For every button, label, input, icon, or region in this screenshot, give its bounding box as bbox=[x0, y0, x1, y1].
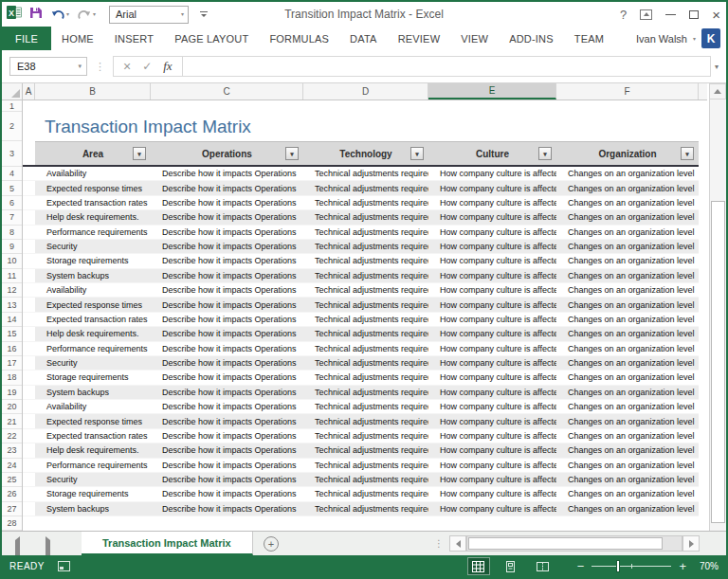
cell-technology[interactable]: Technical adjustments required bbox=[303, 386, 428, 399]
cell-operations[interactable]: Describe how it impacts Operations bbox=[151, 502, 303, 516]
cell-area[interactable]: Availability bbox=[35, 400, 151, 413]
empty-row[interactable] bbox=[23, 100, 699, 112]
cell-a[interactable] bbox=[23, 502, 35, 516]
row-header-7[interactable]: 7 bbox=[2, 210, 22, 225]
zoom-in-button[interactable]: + bbox=[679, 560, 686, 572]
cell-a3[interactable] bbox=[23, 141, 35, 165]
cell-a[interactable] bbox=[23, 283, 35, 297]
hscroll-left-button[interactable] bbox=[449, 535, 466, 552]
row-header-21[interactable]: 21 bbox=[2, 414, 22, 428]
cell-area[interactable]: Security bbox=[35, 356, 151, 370]
row-header-12[interactable]: 12 bbox=[2, 283, 22, 298]
cell-area[interactable]: Storage requirements bbox=[35, 487, 151, 500]
row-header-25[interactable]: 25 bbox=[2, 473, 22, 487]
cell-a[interactable] bbox=[23, 196, 35, 209]
cell-technology[interactable]: Technical adjustments required bbox=[303, 210, 428, 224]
cell-organization[interactable]: Changes on an organization level bbox=[556, 459, 699, 472]
cell-culture[interactable]: How company culture is affected bbox=[428, 327, 556, 340]
cell-a[interactable] bbox=[23, 443, 35, 457]
column-header-d[interactable]: D bbox=[303, 83, 428, 100]
row-header-19[interactable]: 19 bbox=[2, 386, 22, 400]
ribbon-tab-formulas[interactable]: FORMULAS bbox=[259, 27, 339, 50]
cell-technology[interactable]: Technical adjustments required bbox=[303, 196, 428, 209]
cell-operations[interactable]: Describe how it impacts Operations bbox=[151, 269, 303, 282]
cell-culture[interactable]: How company culture is affected bbox=[428, 167, 556, 180]
ribbon-tab-team[interactable]: TEAM bbox=[564, 27, 614, 50]
cell-technology[interactable]: Technical adjustments required bbox=[303, 473, 428, 486]
cell-a[interactable] bbox=[23, 210, 35, 224]
cell-area[interactable]: Storage requirements bbox=[35, 254, 151, 267]
filter-button-organization[interactable]: ▾ bbox=[681, 147, 694, 160]
select-all-corner[interactable] bbox=[2, 83, 23, 100]
cell-a[interactable] bbox=[23, 240, 35, 253]
cell-culture[interactable]: How company culture is affected bbox=[428, 196, 556, 209]
cell-area[interactable]: Expected transaction rates bbox=[35, 429, 151, 443]
cell-technology[interactable]: Technical adjustments required bbox=[303, 181, 428, 194]
row-header-11[interactable]: 11 bbox=[2, 269, 22, 283]
cell-area[interactable]: Help desk requirements. bbox=[35, 210, 151, 224]
row-header-2[interactable]: 2 bbox=[2, 112, 22, 141]
cell-culture[interactable]: How company culture is affected bbox=[428, 254, 556, 267]
zoom-percentage[interactable]: 70% bbox=[694, 561, 719, 571]
row-header-24[interactable]: 24 bbox=[2, 459, 22, 473]
cell-technology[interactable]: Technical adjustments required bbox=[303, 283, 428, 297]
cell-technology[interactable]: Technical adjustments required bbox=[303, 226, 428, 239]
cell-technology[interactable]: Technical adjustments required bbox=[303, 298, 428, 311]
ribbon-tab-data[interactable]: DATA bbox=[339, 27, 388, 50]
customize-qat-button[interactable] bbox=[200, 11, 208, 17]
cell-a[interactable] bbox=[23, 429, 35, 443]
cell-technology[interactable]: Technical adjustments required bbox=[303, 371, 428, 384]
row-header-1[interactable]: 1 bbox=[2, 100, 22, 112]
cell-area[interactable]: System backups bbox=[35, 502, 151, 516]
maximize-button[interactable] bbox=[689, 10, 699, 19]
undo-dropdown-icon[interactable]: ▾ bbox=[66, 11, 69, 17]
cell-culture[interactable]: How company culture is affected bbox=[428, 502, 556, 516]
row-header-18[interactable]: 18 bbox=[2, 371, 22, 385]
cell-area[interactable]: Expected response times bbox=[35, 181, 151, 194]
cell-organization[interactable]: Changes on an organization level bbox=[556, 181, 699, 194]
cell-technology[interactable]: Technical adjustments required bbox=[303, 167, 428, 180]
ribbon-tab-add-ins[interactable]: ADD-INS bbox=[499, 27, 564, 50]
row-header-22[interactable]: 22 bbox=[2, 429, 22, 443]
cell-operations[interactable]: Describe how it impacts Operations bbox=[151, 459, 303, 472]
table-header-area[interactable]: Area▾ bbox=[35, 141, 151, 165]
cell-a[interactable] bbox=[23, 269, 35, 282]
cell-area[interactable]: Performance requirements bbox=[35, 459, 151, 472]
cell-organization[interactable]: Changes on an organization level bbox=[556, 356, 699, 370]
vertical-scrollbar-thumb[interactable] bbox=[711, 201, 725, 523]
redo-button[interactable]: ▾ bbox=[77, 8, 96, 21]
cell-operations[interactable]: Describe how it impacts Operations bbox=[151, 400, 303, 413]
table-header-operations[interactable]: Operations▾ bbox=[151, 141, 303, 165]
row-header-15[interactable]: 15 bbox=[2, 327, 22, 341]
cell-operations[interactable]: Describe how it impacts Operations bbox=[151, 226, 303, 239]
macro-record-icon[interactable] bbox=[58, 561, 70, 571]
cell-area[interactable]: Security bbox=[35, 473, 151, 486]
undo-button[interactable]: ▾ bbox=[50, 8, 69, 21]
cell-area[interactable]: System backups bbox=[35, 269, 151, 282]
cell-a[interactable] bbox=[23, 342, 35, 355]
cell-organization[interactable]: Changes on an organization level bbox=[556, 298, 699, 311]
horizontal-scrollbar[interactable] bbox=[466, 535, 682, 552]
cell-a[interactable] bbox=[23, 226, 35, 239]
cell-culture[interactable]: How company culture is affected bbox=[428, 342, 556, 355]
formula-input[interactable] bbox=[182, 56, 711, 77]
cell-organization[interactable]: Changes on an organization level bbox=[556, 196, 699, 209]
cell-technology[interactable]: Technical adjustments required bbox=[303, 502, 428, 516]
row-header-13[interactable]: 13 bbox=[2, 298, 22, 312]
cell-technology[interactable]: Technical adjustments required bbox=[303, 400, 428, 413]
column-header-c[interactable]: C bbox=[151, 83, 303, 100]
row-header-3[interactable]: 3 bbox=[2, 141, 22, 167]
table-header-culture[interactable]: Culture▾ bbox=[428, 141, 556, 165]
cell-operations[interactable]: Describe how it impacts Operations bbox=[151, 240, 303, 253]
cell-operations[interactable]: Describe how it impacts Operations bbox=[151, 254, 303, 267]
row-header-8[interactable]: 8 bbox=[2, 226, 22, 240]
hscroll-right-button[interactable] bbox=[682, 535, 700, 552]
row-header-14[interactable]: 14 bbox=[2, 313, 22, 327]
cell-technology[interactable]: Technical adjustments required bbox=[303, 269, 428, 282]
cell-a[interactable] bbox=[23, 167, 35, 180]
cell-operations[interactable]: Describe how it impacts Operations bbox=[151, 429, 303, 443]
sheet-title[interactable]: Transaction Impact Matrix bbox=[35, 117, 251, 137]
filter-button-culture[interactable]: ▾ bbox=[538, 147, 552, 160]
cell-area[interactable]: System backups bbox=[35, 386, 151, 399]
cell-organization[interactable]: Changes on an organization level bbox=[556, 313, 699, 326]
